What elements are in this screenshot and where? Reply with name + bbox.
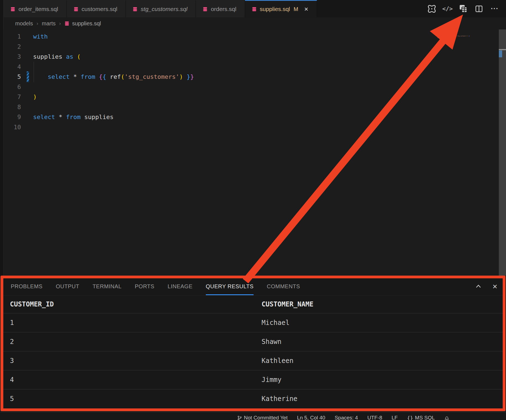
table-row: 3Kathleen	[3, 351, 503, 370]
panel-tab-query-results[interactable]: QUERY RESULTS	[206, 278, 254, 295]
modified-badge: M	[294, 6, 298, 12]
breadcrumb: models›marts›supplies.sql	[4, 17, 506, 29]
status-label: Spaces: 4	[335, 415, 358, 420]
database-icon	[203, 7, 208, 12]
code-token: (	[77, 53, 81, 60]
cell-customer-id: 2	[10, 338, 14, 346]
code-token: supplies	[33, 53, 66, 60]
status-item-lf[interactable]: LF	[392, 415, 398, 420]
dbt-icon[interactable]	[428, 5, 436, 13]
status-bar: Not Committed YetLn 5, Col 40Spaces: 4UT…	[0, 412, 506, 420]
cell-customer-name: Michael	[262, 313, 289, 332]
panel-tab-problems[interactable]: PROBLEMS	[11, 278, 42, 295]
breadcrumb-item-marts[interactable]: marts	[42, 20, 55, 27]
tab-stg_customers-sql[interactable]: stg_customers.sql	[126, 0, 196, 17]
code-line[interactable]: 2	[4, 42, 506, 52]
chevron-up-icon[interactable]	[475, 283, 482, 290]
code-line[interactable]: 9select * from supplies	[4, 112, 506, 122]
breadcrumb-file[interactable]: supplies.sql	[64, 20, 101, 27]
code-line[interactable]: 8	[4, 102, 506, 112]
cell-customer-id: 1	[10, 319, 14, 327]
database-icon	[73, 7, 79, 12]
cell-customer-id: 5	[10, 395, 14, 403]
editor-tab-bar: order_items.sqlcustomers.sqlstg_customer…	[4, 0, 506, 17]
code-token: }	[190, 73, 194, 80]
cell-customer-name: Katherine	[262, 389, 297, 408]
code-preview-icon[interactable]: </>	[443, 5, 452, 13]
code-line[interactable]: 10	[4, 122, 506, 133]
database-icon	[132, 7, 138, 12]
status-label: LF	[392, 415, 398, 420]
minimap-modified-marker	[438, 36, 439, 38]
database-icon	[252, 7, 257, 12]
code-token	[73, 53, 77, 60]
tab-customers-sql[interactable]: customers.sql	[67, 0, 126, 17]
status-item-not-committed-yet[interactable]: Not Committed Yet	[237, 415, 287, 420]
code-line[interactable]: 7)	[4, 92, 506, 102]
code-line[interactable]: 5 select * from {{ ref('stg_customers') …	[4, 72, 506, 82]
tab-orders-sql[interactable]: orders.sql	[196, 0, 245, 17]
vscode-window: order_items.sqlcustomers.sqlstg_customer…	[0, 0, 506, 420]
overview-cursor-marker	[499, 49, 506, 50]
code-token: supplies	[81, 114, 113, 120]
tab-order_items-sql[interactable]: order_items.sql	[4, 0, 67, 17]
code-token: {	[99, 73, 102, 80]
panel-tab-output[interactable]: OUTPUT	[56, 278, 79, 295]
code-editor[interactable]: 1with23supplies as (45 select * from {{ …	[4, 29, 506, 276]
query-results-table: CUSTOMER_IDCUSTOMER_NAME1Michael2Shawn3K…	[3, 295, 503, 408]
status-label: Not Committed Yet	[244, 415, 287, 420]
tab-supplies-sql[interactable]: supplies.sqlM✕	[245, 0, 317, 17]
close-icon[interactable]: ✕	[304, 6, 308, 12]
overview-modified-marker	[499, 50, 502, 57]
breadcrumb-item-models[interactable]: models	[15, 20, 33, 27]
minimap[interactable]: with supplies as ( select * from {{ ref(…	[439, 31, 470, 43]
close-icon[interactable]: ✕	[491, 283, 499, 290]
git-branch-icon	[237, 415, 242, 420]
bell-icon	[444, 415, 449, 420]
tab-label: stg_customers.sql	[141, 6, 187, 12]
status-item-bell-icon[interactable]	[444, 415, 449, 420]
code-line[interactable]: 4	[4, 62, 506, 72]
status-label: MS SQL	[415, 415, 435, 420]
code-token: *	[55, 114, 66, 120]
line-number: 7	[4, 92, 21, 102]
column-header: CUSTOMER_ID	[10, 300, 54, 308]
code-token: ref	[110, 73, 121, 80]
panel-tab-terminal[interactable]: TERMINAL	[92, 278, 121, 295]
table-row: 1Michael	[3, 313, 503, 332]
panel-tab-ports[interactable]: PORTS	[135, 278, 155, 295]
code-token: )	[179, 73, 183, 80]
tab-label: order_items.sql	[18, 6, 58, 12]
status-label: UTF-8	[367, 415, 382, 420]
status-item-utf-8[interactable]: UTF-8	[367, 415, 382, 420]
code-token	[183, 73, 187, 80]
line-number: 8	[4, 102, 21, 112]
code-line[interactable]: 6	[4, 82, 506, 92]
code-token: select	[48, 73, 70, 80]
breadcrumb-separator: ›	[36, 21, 38, 26]
panel-tab-comments[interactable]: COMMENTS	[267, 278, 300, 295]
table-header-row: CUSTOMER_IDCUSTOMER_NAME	[3, 295, 503, 313]
line-number: 9	[4, 112, 21, 122]
code-token: *	[70, 73, 81, 80]
tab-label: supplies.sql	[260, 6, 290, 12]
breadcrumb-file-label: supplies.sql	[72, 20, 101, 27]
editor-scrollbar[interactable]	[499, 29, 506, 276]
query-results-icon[interactable]	[459, 5, 467, 13]
more-actions-icon[interactable]: ···	[491, 5, 499, 13]
code-token: from	[81, 73, 95, 80]
code-line[interactable]: 1with	[4, 32, 506, 42]
column-header: CUSTOMER_NAME	[262, 295, 313, 313]
panel-tab-lineage[interactable]: LINEAGE	[168, 278, 193, 295]
bottom-panel: PROBLEMSOUTPUTTERMINALPORTSLINEAGEQUERY …	[1, 276, 505, 411]
status-item-spaces-4[interactable]: Spaces: 4	[335, 415, 358, 420]
window-left-edge	[0, 0, 4, 276]
code-token: as	[66, 53, 73, 60]
status-item-ln-5-col-40[interactable]: Ln 5, Col 40	[297, 415, 325, 420]
editor-actions: </>···	[422, 0, 506, 17]
code-line[interactable]: 3supplies as (	[4, 52, 506, 62]
code-token	[33, 73, 48, 80]
status-item-ms-sql[interactable]: {}MS SQL	[407, 415, 435, 420]
split-editor-icon[interactable]	[475, 5, 483, 13]
cell-customer-id: 4	[10, 376, 14, 384]
